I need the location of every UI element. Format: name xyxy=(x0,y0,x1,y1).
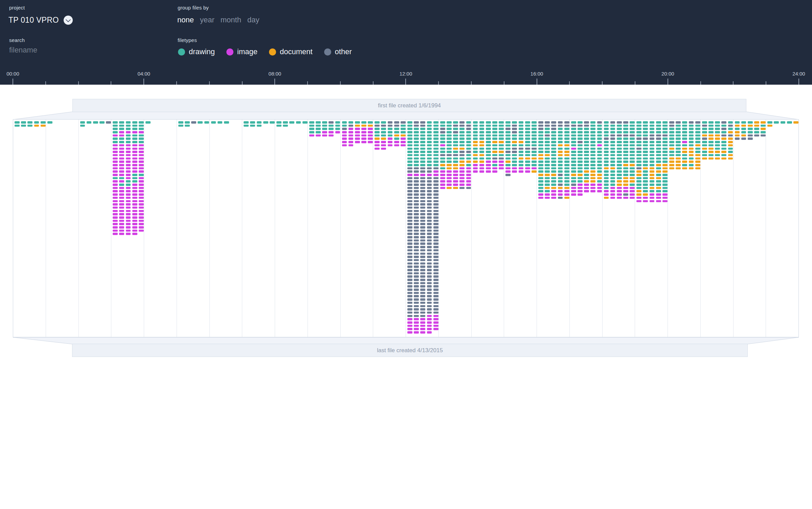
file-block-drawing[interactable] xyxy=(623,170,628,173)
file-block-image[interactable] xyxy=(368,141,373,143)
file-block-image[interactable] xyxy=(113,213,118,215)
file-block-drawing[interactable] xyxy=(643,184,648,186)
file-block-drawing[interactable] xyxy=(597,167,602,170)
file-block-other[interactable] xyxy=(702,125,707,127)
file-block-drawing[interactable] xyxy=(643,170,648,173)
file-block-drawing[interactable] xyxy=(584,141,589,143)
file-block-drawing[interactable] xyxy=(433,128,438,130)
file-block-image[interactable] xyxy=(447,184,452,186)
file-block-document[interactable] xyxy=(793,121,798,124)
file-block-other[interactable] xyxy=(427,259,432,261)
file-block-drawing[interactable] xyxy=(558,164,563,166)
file-block-document[interactable] xyxy=(689,154,694,156)
file-block-image[interactable] xyxy=(420,328,425,330)
file-block-other[interactable] xyxy=(407,203,412,206)
file-block-drawing[interactable] xyxy=(728,121,733,124)
file-block-image[interactable] xyxy=(139,190,144,192)
file-block-other[interactable] xyxy=(761,134,766,137)
file-block-image[interactable] xyxy=(119,207,124,209)
file-block-other[interactable] xyxy=(420,236,425,238)
file-block-image[interactable] xyxy=(486,164,491,166)
file-block-other[interactable] xyxy=(420,315,425,317)
file-block-drawing[interactable] xyxy=(388,134,393,137)
file-block-drawing[interactable] xyxy=(361,121,366,124)
file-block-drawing[interactable] xyxy=(610,174,615,176)
file-block-other[interactable] xyxy=(420,256,425,258)
file-block-image[interactable] xyxy=(119,134,124,137)
file-block-drawing[interactable] xyxy=(375,128,380,130)
file-block-drawing[interactable] xyxy=(532,128,537,130)
file-block-document[interactable] xyxy=(545,187,550,189)
file-block-drawing[interactable] xyxy=(578,121,583,124)
file-block-other[interactable] xyxy=(414,121,419,124)
file-block-drawing[interactable] xyxy=(492,125,497,127)
file-block-drawing[interactable] xyxy=(643,187,648,189)
file-block-drawing[interactable] xyxy=(656,125,661,127)
file-block-drawing[interactable] xyxy=(650,151,655,153)
file-block-drawing[interactable] xyxy=(610,141,615,143)
file-block-drawing[interactable] xyxy=(617,157,622,160)
file-block-image[interactable] xyxy=(139,180,144,183)
file-block-other[interactable] xyxy=(433,253,438,255)
file-block-other[interactable] xyxy=(407,216,412,219)
file-block-other[interactable] xyxy=(427,305,432,307)
file-block-document[interactable] xyxy=(676,161,681,163)
file-block-drawing[interactable] xyxy=(584,137,589,140)
file-block-image[interactable] xyxy=(650,200,655,203)
file-block-image[interactable] xyxy=(440,184,445,186)
file-block-image[interactable] xyxy=(113,174,118,176)
file-block-drawing[interactable] xyxy=(682,131,687,133)
file-block-image[interactable] xyxy=(139,154,144,156)
file-block-drawing[interactable] xyxy=(571,128,576,130)
file-block-drawing[interactable] xyxy=(486,141,491,143)
file-block-drawing[interactable] xyxy=(597,134,602,137)
file-block-drawing[interactable] xyxy=(578,157,583,160)
file-block-drawing[interactable] xyxy=(414,131,419,133)
file-block-drawing[interactable] xyxy=(87,121,92,124)
file-block-document[interactable] xyxy=(695,164,700,166)
file-block-drawing[interactable] xyxy=(643,151,648,153)
file-block-image[interactable] xyxy=(656,197,661,199)
file-block-drawing[interactable] xyxy=(525,144,530,147)
file-block-drawing[interactable] xyxy=(132,180,137,183)
file-block-image[interactable] xyxy=(132,200,137,203)
file-block-other[interactable] xyxy=(407,295,412,297)
file-block-drawing[interactable] xyxy=(617,141,622,143)
file-block-other[interactable] xyxy=(407,315,412,317)
file-block-drawing[interactable] xyxy=(630,170,635,173)
file-block-drawing[interactable] xyxy=(453,141,458,143)
file-block-drawing[interactable] xyxy=(636,128,641,130)
file-block-document[interactable] xyxy=(676,167,681,170)
file-block-drawing[interactable] xyxy=(669,144,674,147)
file-block-image[interactable] xyxy=(381,144,386,147)
file-block-drawing[interactable] xyxy=(643,177,648,179)
file-block-drawing[interactable] xyxy=(250,121,255,124)
file-block-drawing[interactable] xyxy=(604,125,609,127)
file-block-other[interactable] xyxy=(721,121,726,124)
file-block-drawing[interactable] xyxy=(545,164,550,166)
file-block-image[interactable] xyxy=(113,157,118,160)
file-block-drawing[interactable] xyxy=(676,144,681,147)
file-block-image[interactable] xyxy=(519,167,524,170)
file-block-drawing[interactable] xyxy=(453,151,458,153)
file-block-other[interactable] xyxy=(420,275,425,278)
file-block-document[interactable] xyxy=(715,157,720,160)
file-block-drawing[interactable] xyxy=(578,170,583,173)
file-block-drawing[interactable] xyxy=(643,125,648,127)
file-block-drawing[interactable] xyxy=(486,137,491,140)
file-block-other[interactable] xyxy=(597,121,602,124)
file-block-drawing[interactable] xyxy=(512,144,517,147)
file-block-image[interactable] xyxy=(139,193,144,196)
file-block-image[interactable] xyxy=(407,328,412,330)
file-block-image[interactable] xyxy=(119,230,124,232)
file-block-drawing[interactable] xyxy=(682,154,687,156)
file-block-drawing[interactable] xyxy=(630,144,635,147)
file-block-drawing[interactable] xyxy=(610,170,615,173)
file-block-drawing[interactable] xyxy=(623,137,628,140)
file-block-drawing[interactable] xyxy=(551,148,556,150)
file-block-drawing[interactable] xyxy=(623,157,628,160)
file-block-document[interactable] xyxy=(453,167,458,170)
file-block-other[interactable] xyxy=(420,279,425,281)
file-block-document[interactable] xyxy=(401,134,406,137)
file-block-drawing[interactable] xyxy=(662,141,668,143)
